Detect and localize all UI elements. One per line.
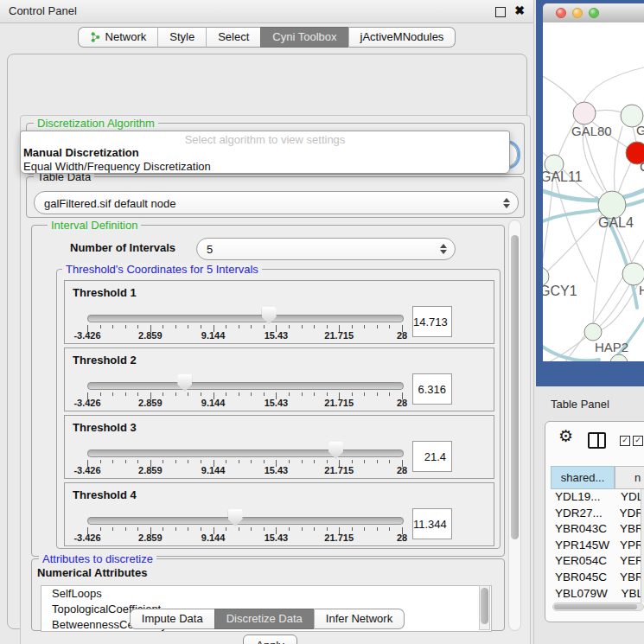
algorithm-option-equal-width-frequency-discretization[interactable]: Equal Width/Frequency Discretization <box>23 160 211 173</box>
threshold-label: Threshold 1 <box>73 286 137 299</box>
scale-label: 28 <box>397 398 407 408</box>
tick-mark <box>239 325 239 328</box>
checkbox-icon[interactable]: ✓ <box>620 436 630 446</box>
minimize-traffic-light[interactable] <box>572 8 583 18</box>
table-row[interactable]: YDR27...YDR2 <box>551 506 644 522</box>
close-traffic-light[interactable] <box>556 8 566 18</box>
tick-mark <box>314 460 315 463</box>
network-graph: GAL80GACGAL11GAL4GCY1HHAP2 <box>543 22 644 361</box>
cell-shared-name: YBR045C <box>551 570 618 586</box>
cell-shared-name: YBR043C <box>551 521 618 538</box>
column-header-shared[interactable]: shared... <box>551 466 615 489</box>
tab-cyni-toolbox[interactable]: Cyni Toolbox <box>260 27 348 48</box>
slider-track[interactable] <box>87 517 404 525</box>
tab-network[interactable]: Network <box>78 27 158 48</box>
network-icon <box>90 31 101 43</box>
tab-label: Discretize Data <box>226 609 303 628</box>
slider-track[interactable] <box>87 450 404 457</box>
table-data-combo[interactable]: galFiltered.sif default node <box>34 191 519 214</box>
float-window-icon[interactable] <box>495 7 506 17</box>
node-label-gal80: GAL80 <box>571 124 612 138</box>
tick-mark <box>175 527 176 531</box>
tick-mark <box>201 325 201 328</box>
table-row[interactable]: YDL19...YDL1 <box>551 489 644 506</box>
table-row[interactable]: YER054CYER0 <box>551 553 644 570</box>
tick-mark <box>377 325 378 328</box>
scale-label: 2.859 <box>138 532 163 543</box>
node-label-h: H <box>639 283 644 297</box>
threshold-value-field[interactable]: 21.4 <box>412 441 452 472</box>
node-label-ga: GA <box>636 123 644 137</box>
checkbox-icon[interactable]: ✓ <box>633 436 643 446</box>
tick-mark <box>175 392 176 396</box>
tick-mark <box>389 460 390 463</box>
scale-label: 15.43 <box>265 398 289 408</box>
threshold-value-field[interactable]: 6.316 <box>412 373 452 405</box>
tab-label: Impute Data <box>142 609 203 628</box>
apply-button[interactable]: Apply <box>243 634 297 644</box>
tab-infer-network[interactable]: Infer Network <box>314 609 405 629</box>
panel-title: Control Panel <box>9 4 77 17</box>
network-edge <box>554 174 595 282</box>
close-icon[interactable]: ✖ <box>514 3 525 17</box>
tick-mark <box>289 325 290 328</box>
tick-mark <box>226 325 226 328</box>
tick-mark <box>302 392 303 396</box>
number-of-intervals-combo[interactable]: 5 <box>196 238 456 260</box>
network-node-hap2[interactable] <box>584 323 602 341</box>
slider-track[interactable] <box>87 315 404 322</box>
tab-select[interactable]: Select <box>206 27 260 48</box>
settings-scrollbar[interactable] <box>508 220 521 631</box>
table-row[interactable]: YPR145WYPR1 <box>551 538 644 554</box>
table-rows: YDL19...YDL1YDR27...YDR2YBR043CYBR0YPR14… <box>551 489 644 603</box>
tab-style[interactable]: Style <box>157 27 206 48</box>
tick-mark <box>239 392 239 396</box>
threshold-value-field[interactable]: 11.344 <box>412 508 452 539</box>
network-view-window: GAL80GACGAL11GAL4GCY1HHAP2 <box>536 0 644 386</box>
tick-mark <box>112 527 113 531</box>
scale-label: 9.144 <box>201 465 226 475</box>
network-node-gal80[interactable] <box>573 102 596 124</box>
tick-mark <box>226 460 226 463</box>
threshold-label: Threshold 2 <box>73 354 137 367</box>
tick-mark <box>352 392 353 396</box>
cyni-toolbox-panel: Discretization Algorithm Select algorith… <box>7 54 527 629</box>
network-node-node-partial[interactable] <box>610 354 628 361</box>
threshold-box-3: Threshold 3-3.4262.8599.14415.4321.71528… <box>64 415 494 479</box>
top-tabbar: NetworkStyleSelectCyni ToolboxjActiveMNo… <box>0 27 533 48</box>
tick-mark <box>251 325 252 328</box>
table-vertical-scrollbar[interactable] <box>641 489 644 603</box>
slider-track[interactable] <box>87 382 404 390</box>
table-horizontal-scrollbar[interactable] <box>552 603 644 611</box>
scale-label: 15.43 <box>265 330 289 341</box>
column-header-n[interactable]: n <box>615 466 644 489</box>
attributes-title: Attributes to discretize <box>39 552 156 565</box>
combo-arrows-icon <box>503 198 510 208</box>
table-row[interactable]: YBR043CYBR0 <box>551 521 644 538</box>
screenshot-root: Control Panel ✖ NetworkStyleSelectCyni T… <box>0 0 644 644</box>
network-canvas[interactable]: GAL80GACGAL11GAL4GCY1HHAP2 <box>543 22 644 361</box>
tab-label: jActiveMNodules <box>360 28 444 47</box>
thresholds-group: Threshold's Coordinates for 5 Intervals … <box>56 269 501 549</box>
gear-icon[interactable]: ⚙ <box>558 428 573 444</box>
scale-label: 28 <box>397 465 407 475</box>
tab-discretize-data[interactable]: Discretize Data <box>214 609 314 629</box>
tab-label: Style <box>169 28 194 47</box>
table-row[interactable]: YBR045CYBR0 <box>551 570 644 586</box>
split-table-icon[interactable] <box>588 432 606 449</box>
table-row[interactable]: YBL079WYBL0 <box>551 586 644 603</box>
tick-mark <box>100 527 101 531</box>
network-edge <box>593 219 609 323</box>
algorithm-option-manual-discretization[interactable]: Manual Discretization <box>23 146 139 159</box>
tick-mark <box>264 527 265 531</box>
tick-mark <box>389 325 390 328</box>
attribute-selfloops[interactable]: SelfLoops <box>41 586 491 602</box>
tab-impute-data[interactable]: Impute Data <box>130 609 214 629</box>
tick-mark <box>201 527 201 531</box>
algorithm-popup: Select algorithm to view settings Manual… <box>20 131 510 174</box>
network-edge <box>543 74 577 105</box>
tab-jactivemnodules[interactable]: jActiveMNodules <box>348 27 456 48</box>
threshold-value-field[interactable]: 14.713 <box>412 306 452 337</box>
zoom-traffic-light[interactable] <box>589 8 599 18</box>
tick-mark <box>251 392 252 396</box>
